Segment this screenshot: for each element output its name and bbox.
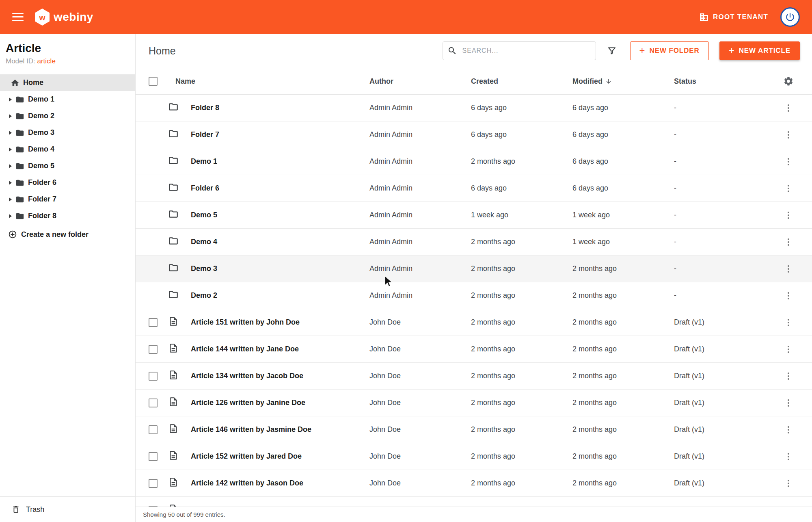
row-menu-kebab-icon[interactable] — [784, 130, 793, 140]
column-name[interactable]: Name — [166, 77, 369, 86]
entry-name[interactable]: Article 126 written by Janine Doe — [186, 399, 369, 407]
row-checkbox[interactable] — [149, 425, 158, 434]
table-row[interactable]: Demo 3 Admin Admin 2 months ago 2 months… — [136, 256, 812, 282]
tree-item[interactable]: Demo 2 — [0, 108, 135, 124]
entry-status: Draft (v1) — [674, 318, 775, 327]
row-checkbox[interactable] — [149, 479, 158, 488]
tenant-selector[interactable]: ROOT TENANT — [699, 12, 768, 22]
table-row[interactable]: Demo 5 Admin Admin 1 week ago 1 week ago… — [136, 202, 812, 229]
entry-created: 2 months ago — [471, 157, 572, 166]
table-row[interactable]: Folder 8 Admin Admin 6 days ago 6 days a… — [136, 95, 812, 121]
chevron-right-icon[interactable] — [9, 181, 12, 185]
chevron-right-icon[interactable] — [9, 131, 12, 135]
filter-button[interactable] — [607, 45, 617, 56]
row-menu-kebab-icon[interactable] — [784, 184, 793, 193]
entry-modified: 2 months ago — [572, 372, 674, 380]
entry-author: Admin Admin — [369, 130, 471, 139]
row-checkbox[interactable] — [149, 452, 158, 461]
entry-name[interactable]: Article 144 written by Jane Doe — [186, 345, 369, 353]
row-menu-kebab-icon[interactable] — [784, 318, 793, 327]
row-menu-kebab-icon[interactable] — [784, 210, 793, 220]
table-row[interactable]: Article 126 written by Janine Doe John D… — [136, 390, 812, 416]
trash-button[interactable]: Trash — [0, 496, 135, 522]
row-checkbox[interactable] — [149, 399, 158, 407]
entry-name[interactable]: Article 146 written by Jasmine Doe — [186, 425, 369, 434]
column-author[interactable]: Author — [369, 77, 471, 86]
entry-name[interactable]: Folder 7 — [186, 130, 369, 139]
entry-name[interactable]: Folder 8 — [186, 104, 369, 112]
row-menu-kebab-icon[interactable] — [784, 425, 793, 435]
row-checkbox[interactable] — [149, 372, 158, 381]
entry-name[interactable]: Demo 5 — [186, 211, 369, 219]
entry-name[interactable]: Demo 3 — [186, 264, 369, 273]
row-type-icon — [166, 209, 186, 221]
entry-name[interactable]: Article 134 written by Jacob Doe — [186, 372, 369, 380]
entry-modified: 2 months ago — [572, 479, 674, 487]
tree-item[interactable]: Folder 8 — [0, 208, 135, 224]
new-article-button[interactable]: + NEW ARTICLE — [719, 41, 800, 60]
chevron-right-icon[interactable] — [9, 197, 12, 201]
table-row[interactable]: Demo 2 Admin Admin 2 months ago 2 months… — [136, 282, 812, 309]
entry-name[interactable]: Demo 1 — [186, 157, 369, 166]
table-settings-gear-icon[interactable] — [783, 76, 794, 87]
row-menu-kebab-icon[interactable] — [784, 398, 793, 408]
column-status[interactable]: Status — [674, 77, 775, 86]
table-row[interactable]: Article 146 written by Jasmine Doe John … — [136, 416, 812, 443]
table-row[interactable]: Folder 6 Admin Admin 6 days ago 6 days a… — [136, 175, 812, 202]
tree-item[interactable]: Demo 3 — [0, 124, 135, 141]
column-created[interactable]: Created — [471, 77, 572, 86]
hamburger-menu-icon[interactable] — [12, 13, 24, 21]
chevron-right-icon[interactable] — [9, 214, 12, 218]
entry-status: Draft (v1) — [674, 345, 775, 353]
table-row[interactable]: Article 144 written by Jane Doe John Doe… — [136, 336, 812, 363]
svg-text:w: w — [39, 13, 45, 22]
table-row[interactable]: Article 152 written by Jared Doe John Do… — [136, 443, 812, 470]
table-row[interactable] — [136, 497, 812, 507]
table-row[interactable]: Demo 1 Admin Admin 2 months ago 6 days a… — [136, 148, 812, 175]
row-menu-kebab-icon[interactable] — [784, 157, 793, 167]
plus-icon: + — [639, 45, 646, 55]
row-menu-kebab-icon[interactable] — [784, 371, 793, 381]
tree-item[interactable]: Demo 4 — [0, 141, 135, 158]
entry-name[interactable]: Article 152 written by Jared Doe — [186, 452, 369, 461]
entry-name[interactable]: Folder 6 — [186, 184, 369, 193]
search-input[interactable] — [443, 41, 596, 60]
entry-created: 6 days ago — [471, 130, 572, 139]
entry-modified: 2 months ago — [572, 318, 674, 327]
entry-name[interactable]: Demo 4 — [186, 238, 369, 246]
table-row[interactable]: Folder 7 Admin Admin 6 days ago 6 days a… — [136, 121, 812, 148]
column-modified[interactable]: Modified — [572, 77, 674, 86]
chevron-right-icon[interactable] — [9, 114, 12, 118]
webiny-logo[interactable]: w webiny — [35, 9, 93, 26]
chevron-right-icon[interactable] — [9, 164, 12, 168]
row-type-icon — [166, 128, 186, 141]
row-menu-kebab-icon[interactable] — [784, 452, 793, 461]
user-avatar[interactable] — [780, 7, 800, 27]
row-checkbox[interactable] — [149, 345, 158, 354]
new-folder-button[interactable]: + NEW FOLDER — [630, 41, 709, 60]
tree-item[interactable]: Demo 1 — [0, 91, 135, 108]
row-menu-kebab-icon[interactable] — [784, 237, 793, 247]
table-row[interactable]: Article 151 written by John Doe John Doe… — [136, 309, 812, 336]
entry-name[interactable]: Article 142 written by Jason Doe — [186, 479, 369, 487]
row-menu-kebab-icon[interactable] — [784, 479, 793, 488]
row-menu-kebab-icon[interactable] — [784, 264, 793, 274]
chevron-right-icon[interactable] — [9, 97, 12, 102]
chevron-right-icon[interactable] — [9, 147, 12, 152]
tree-item[interactable]: Folder 7 — [0, 191, 135, 208]
row-menu-kebab-icon[interactable] — [784, 103, 793, 113]
tree-item[interactable]: Folder 6 — [0, 174, 135, 191]
row-checkbox[interactable] — [149, 318, 158, 327]
table-row[interactable]: Article 134 written by Jacob Doe John Do… — [136, 363, 812, 390]
entry-modified: 1 week ago — [572, 211, 674, 219]
table-row[interactable]: Article 142 written by Jason Doe John Do… — [136, 470, 812, 497]
tree-item[interactable]: Home — [0, 74, 135, 91]
tree-item[interactable]: Demo 5 — [0, 158, 135, 174]
row-menu-kebab-icon[interactable] — [784, 344, 793, 354]
entry-name[interactable]: Article 151 written by John Doe — [186, 318, 369, 327]
select-all-checkbox[interactable] — [149, 77, 158, 86]
table-row[interactable]: Demo 4 Admin Admin 2 months ago 1 week a… — [136, 229, 812, 256]
row-menu-kebab-icon[interactable] — [784, 291, 793, 301]
entry-name[interactable]: Demo 2 — [186, 291, 369, 300]
create-folder-button[interactable]: Create a new folder — [0, 225, 135, 244]
